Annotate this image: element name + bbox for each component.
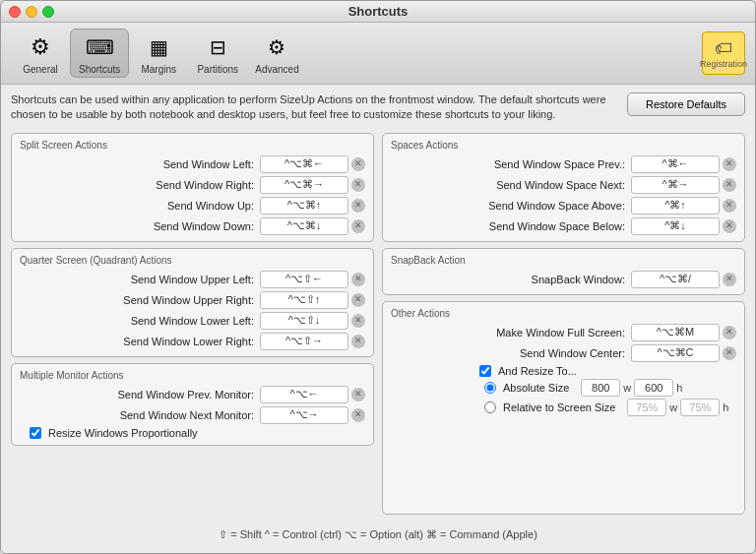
tab-shortcuts[interactable]: ⌨ Shortcuts — [70, 29, 129, 78]
table-row: Send Window Up: ✕ — [20, 197, 365, 215]
send-center-input-wrap: ✕ — [631, 344, 736, 362]
snapback-title: SnapBack Action — [391, 255, 736, 266]
clear-send-window-down[interactable]: ✕ — [351, 219, 365, 233]
spaces-section: Spaces Actions Send Window Space Prev.: … — [382, 133, 745, 242]
clear-prev-monitor[interactable]: ✕ — [351, 388, 365, 401]
space-below-input[interactable] — [631, 217, 720, 235]
space-above-input-wrap: ✕ — [631, 197, 736, 215]
clear-space-prev[interactable]: ✕ — [723, 157, 736, 171]
send-window-left-input[interactable] — [260, 155, 348, 173]
clear-send-center[interactable]: ✕ — [723, 346, 736, 360]
clear-send-window-right[interactable]: ✕ — [351, 178, 365, 192]
toolbar: ⚙ General ⌨ Shortcuts ▦ Margins ⊟ Partit… — [1, 23, 755, 85]
minimize-button[interactable] — [26, 6, 37, 18]
clear-send-window-up[interactable]: ✕ — [351, 199, 365, 213]
relative-height-input[interactable] — [680, 399, 720, 416]
clear-space-next[interactable]: ✕ — [723, 178, 736, 192]
snapback-input-wrap: ✕ — [631, 271, 736, 288]
relative-width-input[interactable] — [627, 399, 666, 416]
space-above-input[interactable] — [631, 197, 720, 215]
restore-defaults-button[interactable]: Restore Defaults — [627, 92, 745, 116]
space-prev-input-wrap: ✕ — [631, 155, 736, 173]
clear-space-below[interactable]: ✕ — [723, 219, 736, 233]
send-center-label: Send Window Center: — [391, 347, 631, 359]
general-icon: ⚙ — [25, 31, 56, 63]
absolute-size-row: Absolute Size w h — [484, 379, 736, 397]
clear-lower-left[interactable]: ✕ — [351, 314, 365, 328]
upper-left-input-wrap: ✕ — [260, 271, 365, 288]
table-row: SnapBack Window: ✕ — [391, 271, 736, 288]
prev-monitor-input[interactable] — [260, 386, 348, 403]
content-area: Shortcuts can be used within any applica… — [1, 85, 755, 553]
close-button[interactable] — [9, 6, 21, 18]
prev-monitor-label: Send Window Prev. Monitor: — [20, 389, 260, 400]
lower-right-label: Send Window Lower Right: — [20, 336, 260, 347]
table-row: Send Window Center: ✕ — [391, 344, 736, 362]
relative-size-label: Relative to Screen Size — [503, 401, 615, 413]
legend-bar: ⇧ = Shift ^ = Control (ctrl) ⌥ = Option … — [11, 524, 745, 545]
relative-size-row: Relative to Screen Size w h — [484, 399, 736, 416]
clear-lower-right[interactable]: ✕ — [351, 335, 365, 348]
rel-width-unit: w — [669, 401, 677, 413]
tab-advanced-label: Advanced — [255, 64, 298, 75]
next-monitor-input[interactable] — [260, 406, 348, 424]
send-window-up-input[interactable] — [260, 197, 348, 215]
absolute-size-label: Absolute Size — [503, 382, 569, 394]
absolute-width-input[interactable] — [581, 379, 620, 397]
send-window-up-label: Send Window Up: — [20, 200, 260, 212]
snapback-section: SnapBack Action SnapBack Window: ✕ — [382, 248, 745, 295]
resize-proportionally-row: Resize Windows Proportionally — [30, 427, 365, 439]
absolute-height-input[interactable] — [634, 379, 673, 397]
clear-next-monitor[interactable]: ✕ — [351, 408, 365, 422]
maximize-button[interactable] — [42, 6, 54, 18]
tab-partitions[interactable]: ⊟ Partitions — [188, 30, 247, 77]
multiple-monitor-title: Multiple Monitor Actions — [20, 370, 365, 381]
space-next-label: Send Window Space Next: — [391, 179, 631, 191]
clear-space-above[interactable]: ✕ — [723, 199, 736, 213]
upper-left-input[interactable] — [260, 271, 348, 288]
tab-margins[interactable]: ▦ Margins — [129, 30, 188, 77]
and-resize-to-checkbox[interactable] — [479, 365, 491, 377]
advanced-icon: ⚙ — [261, 31, 292, 63]
table-row: Send Window Lower Left: ✕ — [20, 312, 365, 330]
tab-general-label: General — [23, 64, 58, 75]
relative-size-radio[interactable] — [484, 401, 496, 413]
clear-upper-left[interactable]: ✕ — [351, 273, 365, 286]
send-window-right-input[interactable] — [260, 176, 348, 194]
table-row: Send Window Upper Left: ✕ — [20, 271, 365, 288]
clear-snapback[interactable]: ✕ — [723, 273, 736, 286]
lower-left-input[interactable] — [260, 312, 348, 330]
registration-button[interactable]: 🏷 Registration — [702, 31, 745, 75]
and-resize-to-label: And Resize To... — [498, 365, 577, 377]
clear-send-window-left[interactable]: ✕ — [351, 157, 365, 171]
clear-full-screen[interactable]: ✕ — [723, 326, 736, 339]
window-title: Shortcuts — [348, 4, 409, 19]
send-window-down-input[interactable] — [260, 217, 348, 235]
margins-icon: ▦ — [143, 31, 174, 63]
other-section: Other Actions Make Window Full Screen: ✕… — [382, 301, 745, 515]
table-row: Send Window Right: ✕ — [20, 176, 365, 194]
send-window-down-label: Send Window Down: — [20, 220, 260, 232]
table-row: Send Window Prev. Monitor: ✕ — [20, 386, 365, 403]
space-prev-input[interactable] — [631, 155, 720, 173]
table-row: Make Window Full Screen: ✕ — [391, 324, 736, 341]
table-row: Send Window Space Next: ✕ — [391, 176, 736, 194]
rel-height-unit: h — [723, 401, 728, 413]
lower-right-input[interactable] — [260, 333, 348, 350]
snapback-window-label: SnapBack Window: — [391, 274, 631, 285]
absolute-size-radio[interactable] — [484, 382, 496, 394]
upper-right-input[interactable] — [260, 291, 348, 309]
spaces-title: Spaces Actions — [391, 140, 736, 151]
lower-left-input-wrap: ✕ — [260, 312, 365, 330]
tab-general[interactable]: ⚙ General — [11, 30, 70, 77]
resize-proportionally-checkbox[interactable] — [30, 427, 41, 439]
full-screen-input[interactable] — [631, 324, 720, 341]
space-next-input[interactable] — [631, 176, 720, 194]
traffic-lights — [9, 6, 54, 18]
send-window-right-label: Send Window Right: — [20, 179, 260, 191]
tab-advanced[interactable]: ⚙ Advanced — [247, 30, 306, 77]
send-center-input[interactable] — [631, 344, 720, 362]
clear-upper-right[interactable]: ✕ — [351, 293, 365, 307]
snapback-input[interactable] — [631, 271, 720, 288]
next-monitor-input-wrap: ✕ — [260, 406, 365, 424]
